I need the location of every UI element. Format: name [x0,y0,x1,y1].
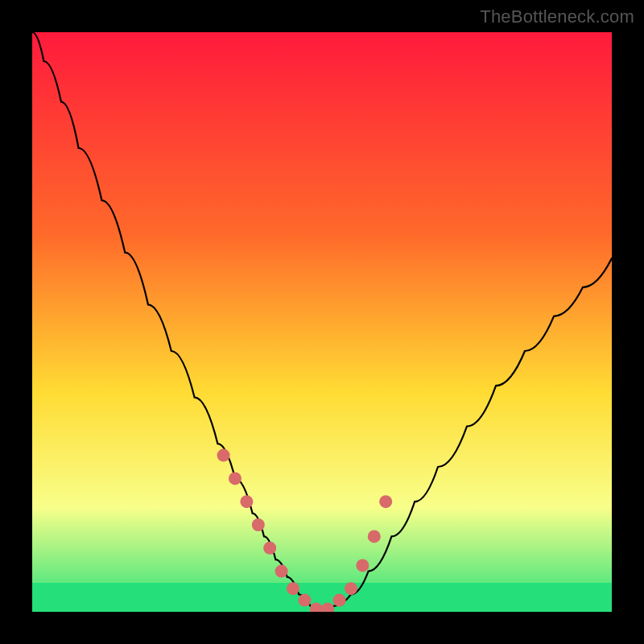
chart-marker [368,530,381,543]
chart-marker [298,594,311,607]
chart-svg [32,32,612,612]
chart-marker [287,582,299,595]
chart-frame: TheBottleneck.com [0,0,644,644]
chart-marker [229,472,242,485]
chart-marker [275,565,288,578]
watermark-text: TheBottleneck.com [480,6,634,27]
chart-marker [252,518,265,531]
chart-marker [345,582,357,595]
chart-marker [240,495,253,508]
chart-marker [263,542,276,555]
chart-background-gradient [32,32,612,612]
chart-marker [217,449,230,462]
chart-plot-area [32,32,612,612]
chart-marker [379,495,392,508]
chart-marker [356,559,369,572]
chart-marker [333,594,346,607]
